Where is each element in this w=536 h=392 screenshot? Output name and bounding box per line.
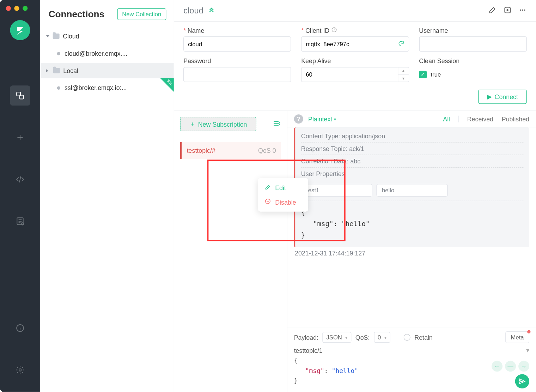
ssl-badge: SSL — [160, 78, 174, 92]
retain-label: Retain — [414, 334, 432, 341]
play-icon: ▶ — [487, 93, 492, 101]
payload-format-select[interactable]: JSON▾ — [323, 332, 351, 343]
chevron-down-icon[interactable]: ▾ — [526, 346, 530, 354]
divider — [458, 115, 459, 122]
message-card: Content Type: application/json Response … — [294, 127, 529, 247]
publish-topic[interactable]: testtopic/1 — [294, 347, 323, 354]
name-label: *Name — [183, 27, 291, 34]
keep-alive-label: Keep Alive — [301, 58, 409, 65]
message-pane: ? Plaintext ▾ All Received Published Con… — [287, 111, 536, 392]
connections-tree: Cloud cloud@broker.emqx.... Local ssl@br… — [40, 29, 174, 97]
collapse-list-icon[interactable] — [273, 119, 281, 129]
tree-item-ssl-broker[interactable]: ssl@broker.emqx.io:... SSL — [40, 78, 174, 97]
keep-alive-input[interactable]: ▲▼ — [301, 67, 409, 82]
client-id-label: *Client ID — [301, 27, 409, 34]
context-menu-disable[interactable]: Disable — [258, 195, 309, 209]
collapse-chevron-icon[interactable] — [208, 6, 215, 15]
send-button[interactable] — [515, 374, 529, 388]
connection-label: cloud@broker.emqx.... — [65, 50, 127, 57]
stepper-up-icon[interactable]: ▲ — [398, 67, 409, 75]
rail-settings[interactable] — [10, 360, 30, 380]
context-menu-edit[interactable]: Edit — [258, 181, 309, 195]
close-window-icon[interactable] — [6, 6, 11, 11]
refresh-icon[interactable] — [398, 40, 404, 48]
window-traffic-lights[interactable] — [6, 6, 28, 11]
chevron-down-icon: ▾ — [345, 335, 347, 339]
tab-received[interactable]: Received — [467, 115, 493, 122]
message-body: { "msg": "hello" } — [301, 201, 524, 241]
maximize-window-icon[interactable] — [23, 6, 28, 11]
tree-folder-local[interactable]: Local — [40, 63, 174, 78]
new-collection-button[interactable]: New Collection — [117, 8, 166, 20]
app-logo — [10, 20, 30, 40]
rail-scripts[interactable] — [10, 169, 30, 189]
subscriptions-pane: ＋ New Subscription testtopic/# QoS 0 — [174, 111, 287, 392]
tab-published[interactable]: Published — [502, 115, 529, 122]
password-input[interactable] — [183, 67, 291, 82]
correlation-data-line: Correlation Data: abc — [301, 155, 524, 168]
username-input[interactable] — [419, 36, 527, 52]
rail-connections[interactable] — [10, 85, 30, 105]
connections-panel: Connections New Collection Cloud cloud@b… — [40, 0, 174, 392]
status-dot-icon — [57, 52, 61, 55]
publish-bar: Payload: JSON▾ QoS: 0▾ Retain Meta testt… — [287, 327, 536, 392]
folder-label: Local — [63, 67, 78, 74]
new-subscription-button[interactable]: ＋ New Subscription — [180, 117, 256, 131]
connection-name: cloud — [183, 6, 203, 16]
format-select[interactable]: Plaintext ▾ — [308, 115, 336, 122]
retain-radio[interactable] — [403, 334, 410, 340]
qos-select[interactable]: 0▾ — [374, 332, 390, 343]
clean-session-checkbox[interactable]: ✓ true — [419, 67, 527, 82]
clean-session-label: Clean Session — [419, 58, 527, 65]
new-window-icon[interactable] — [503, 6, 512, 16]
client-id-input[interactable] — [301, 36, 409, 52]
subscription-topic: testtopic/# — [187, 147, 215, 154]
user-properties-label: User Properties — [301, 168, 524, 180]
prev-icon[interactable]: ← — [492, 361, 502, 372]
folder-icon — [53, 68, 60, 73]
connection-label: ssl@broker.emqx.io:... — [65, 84, 127, 91]
tree-item-cloud-broker[interactable]: cloud@broker.emqx.... — [40, 44, 174, 63]
svg-point-9 — [524, 10, 525, 11]
message-timestamp: 2021-12-31 17:44:19:127 — [294, 247, 529, 257]
password-label: Password — [183, 58, 291, 65]
notification-dot-icon — [527, 330, 531, 334]
connection-form: *Name *Client ID Username Passw — [174, 22, 536, 111]
edit-icon[interactable] — [488, 6, 497, 16]
connect-button[interactable]: ▶ Connect — [478, 90, 527, 104]
help-icon[interactable]: ? — [294, 114, 303, 123]
meta-button[interactable]: Meta — [505, 331, 529, 343]
rail-about[interactable] — [10, 318, 30, 338]
status-dot-icon — [57, 86, 61, 90]
clean-session-value: true — [431, 71, 441, 78]
chevron-right-icon — [46, 69, 50, 72]
svg-point-5 — [19, 369, 22, 371]
more-icon[interactable] — [518, 6, 527, 16]
navigation-rail — [0, 0, 40, 392]
subscription-qos: QoS 0 — [258, 147, 276, 154]
stepper-down-icon[interactable]: ▼ — [398, 75, 409, 82]
divider-icon: — — [505, 361, 516, 372]
next-icon[interactable]: → — [518, 361, 529, 372]
history-navigation: ← — → — [492, 361, 529, 372]
tree-folder-cloud[interactable]: Cloud — [40, 29, 174, 44]
tab-all[interactable]: All — [443, 115, 450, 122]
payload-label: Payload: — [294, 334, 318, 341]
folder-icon — [53, 34, 60, 39]
name-input[interactable] — [183, 36, 291, 52]
disable-icon — [265, 198, 271, 206]
history-icon[interactable] — [331, 27, 337, 34]
subscription-item[interactable]: testtopic/# QoS 0 — [180, 142, 281, 159]
chevron-down-icon — [46, 35, 50, 39]
content-type-line: Content Type: application/json — [301, 130, 524, 143]
subscription-context-menu: Edit Disable — [258, 178, 309, 212]
rail-new[interactable] — [10, 127, 30, 147]
chevron-down-icon: ▾ — [384, 335, 386, 339]
response-topic-line: Response Topic: ack/1 — [301, 143, 524, 155]
minimize-window-icon[interactable] — [14, 6, 19, 11]
chevron-down-icon: ▾ — [334, 117, 336, 121]
connections-title: Connections — [49, 9, 104, 20]
svg-point-8 — [522, 10, 523, 11]
qos-label: QoS: — [355, 334, 370, 341]
rail-log[interactable] — [10, 211, 30, 231]
